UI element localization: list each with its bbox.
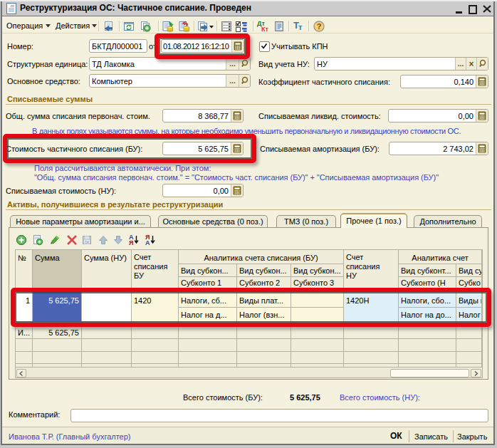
svg-text:ОК: ОК <box>85 241 90 244</box>
svg-text:?: ? <box>317 22 322 31</box>
